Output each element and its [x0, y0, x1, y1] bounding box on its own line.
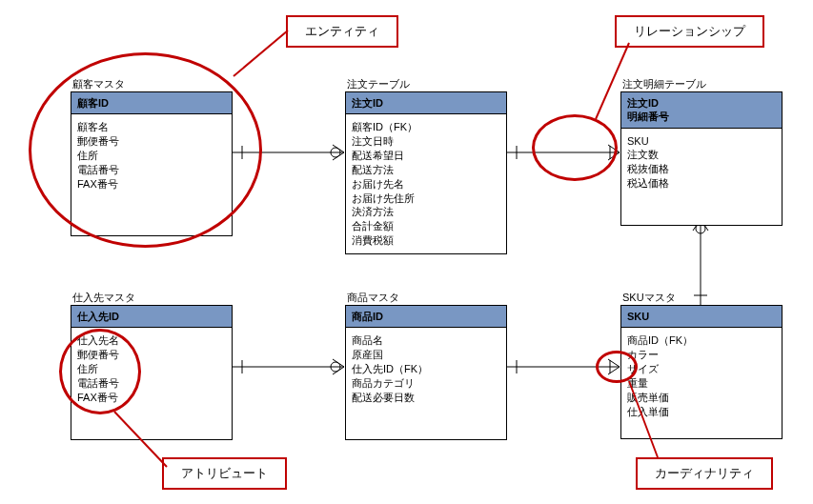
pk-field: 注文ID — [627, 96, 776, 110]
product-entity-title: 商品マスタ — [347, 291, 399, 305]
attr: 配送必要日数 — [352, 391, 500, 405]
svg-line-25 — [234, 30, 288, 76]
orderdetail-pk: 注文ID 明細番号 — [621, 92, 782, 129]
attr: FAX番号 — [77, 177, 226, 192]
svg-line-8 — [608, 145, 620, 152]
order-attrs: 顧客ID（FK） 注文日時 配送希望日 配送方法 お届け先名 お届け先住所 決済… — [346, 114, 506, 253]
attr: 電話番号 — [77, 163, 226, 177]
customer-attrs: 顧客名 郵便番号 住所 電話番号 FAX番号 — [71, 114, 232, 234]
attr: 電話番号 — [77, 376, 226, 391]
orderdetail-attrs: SKU 注文数 税抜価格 税込価格 — [621, 129, 782, 225]
product-pk: 商品ID — [346, 306, 506, 328]
svg-point-2 — [331, 148, 340, 157]
order-pk: 注文ID — [346, 92, 506, 114]
customer-entity: 顧客ID 顧客名 郵便番号 住所 電話番号 FAX番号 — [71, 91, 233, 236]
attr: 合計金額 — [352, 219, 500, 233]
attr: カラー — [627, 348, 776, 362]
attr: お届け先名 — [352, 177, 500, 192]
attr: 販売単価 — [627, 391, 776, 405]
pk-field: 明細番号 — [627, 110, 776, 123]
customer-pk: 顧客ID — [71, 92, 232, 114]
attr: 仕入単価 — [627, 405, 776, 419]
orderdetail-entity: 注文ID 明細番号 SKU 注文数 税抜価格 税込価格 — [620, 91, 783, 226]
attr: 郵便番号 — [77, 348, 226, 362]
pk-field: 商品ID — [352, 310, 500, 323]
attr: 仕入先名 — [77, 333, 226, 348]
svg-line-9 — [608, 152, 620, 160]
svg-point-12 — [331, 362, 340, 372]
attr: 商品ID（FK） — [627, 333, 776, 348]
attr: 顧客ID（FK） — [352, 120, 500, 134]
attr: 商品名 — [352, 333, 500, 348]
pk-field: 顧客ID — [77, 96, 226, 110]
svg-line-18 — [608, 359, 620, 367]
sku-entity: SKU 商品ID（FK） カラー サイズ 重量 販売単価 仕入単価 — [620, 305, 783, 439]
relationship-annotation-circle — [532, 114, 618, 181]
attr: 注文日時 — [352, 134, 500, 149]
orderdetail-entity-title: 注文明細テーブル — [622, 77, 706, 91]
sku-attrs: 商品ID（FK） カラー サイズ 重量 販売単価 仕入単価 — [621, 328, 782, 438]
attr: 配送希望日 — [352, 149, 500, 163]
attr: 税抜価格 — [627, 162, 776, 176]
order-entity-title: 注文テーブル — [347, 77, 410, 91]
customer-entity-title: 顧客マスタ — [72, 77, 125, 91]
pk-field: 注文ID — [352, 96, 500, 110]
attr: FAX番号 — [77, 391, 226, 405]
relationship-label: リレーションシップ — [615, 15, 764, 48]
pk-field: 仕入先ID — [77, 310, 226, 323]
pk-field: SKU — [627, 310, 776, 323]
attr: SKU — [627, 134, 776, 149]
cardinality-label: カーディナリティ — [636, 457, 773, 490]
attr: 顧客名 — [77, 120, 226, 134]
svg-line-3 — [333, 145, 344, 152]
sku-entity-title: SKUマスタ — [622, 291, 676, 305]
order-entity: 注文ID 顧客ID（FK） 注文日時 配送希望日 配送方法 お届け先名 お届け先… — [345, 91, 507, 254]
product-entity: 商品ID 商品名 原産国 仕入先ID（FK） 商品カテゴリ 配送必要日数 — [345, 305, 507, 440]
entity-label: エンティティ — [286, 15, 398, 48]
attr: 住所 — [77, 362, 226, 376]
supplier-pk: 仕入先ID — [71, 306, 232, 328]
attr: 決済方法 — [352, 205, 500, 219]
supplier-attrs: 仕入先名 郵便番号 住所 電話番号 FAX番号 — [71, 328, 232, 438]
product-attrs: 商品名 原産国 仕入先ID（FK） 商品カテゴリ 配送必要日数 — [346, 328, 506, 438]
attribute-label: アトリビュート — [162, 457, 287, 490]
sku-pk: SKU — [621, 306, 782, 328]
attr: 注文数 — [627, 148, 776, 162]
attr: サイズ — [627, 362, 776, 376]
supplier-entity: 仕入先ID 仕入先名 郵便番号 住所 電話番号 FAX番号 — [71, 305, 233, 440]
attr: 税込価格 — [627, 176, 776, 191]
svg-line-19 — [608, 367, 620, 374]
attr: 商品カテゴリ — [352, 376, 500, 391]
attr: 郵便番号 — [77, 134, 226, 149]
supplier-entity-title: 仕入先マスタ — [72, 291, 135, 305]
attr: 仕入先ID（FK） — [352, 362, 500, 376]
attr: 重量 — [627, 376, 776, 391]
attr: 住所 — [77, 149, 226, 163]
svg-line-4 — [333, 152, 344, 160]
attr: 配送方法 — [352, 163, 500, 177]
attr: 消費税額 — [352, 233, 500, 248]
attr: お届け先住所 — [352, 192, 500, 206]
attr: 原産国 — [352, 348, 500, 362]
svg-line-14 — [333, 367, 344, 374]
svg-line-13 — [333, 359, 344, 367]
